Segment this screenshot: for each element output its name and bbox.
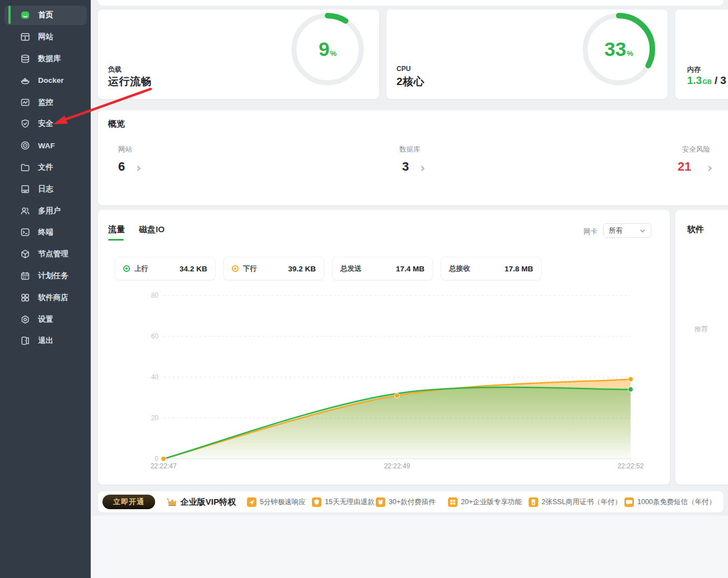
sidebar-item-label: 多用户 — [38, 206, 61, 216]
svg-text:22:22:47: 22:22:47 — [151, 462, 177, 470]
monitor-icon — [20, 97, 30, 107]
sidebar-item-waf[interactable]: WAF — [0, 135, 91, 157]
sms-bubble-icon — [624, 497, 634, 507]
certificate-icon — [529, 497, 538, 507]
sidebar-item-docker[interactable]: Docker — [0, 69, 91, 91]
vip-bar: 立即开通 企业版VIP特权 5分钟极速响应 15天无理由退款 30+款付费插件 — [98, 491, 724, 513]
load-gauge: 9 % — [290, 12, 365, 87]
sidebar-item-logout[interactable]: 退出 — [0, 330, 91, 352]
shield-refund-icon — [312, 497, 321, 507]
page-bottom-spacer — [91, 516, 728, 578]
logs-icon — [20, 184, 30, 194]
vip-feature: 2张SSL商用证书（年付） — [529, 497, 622, 507]
sidebar-item-security[interactable]: 安全 — [0, 113, 91, 135]
sidebar-item-label: 文件 — [38, 162, 53, 172]
sidebar-item-label: 软件商店 — [38, 293, 68, 303]
grid-features-icon — [448, 497, 458, 507]
appstore-icon — [20, 293, 30, 303]
vip-feature: 1000条免费短信（年付） — [624, 497, 716, 507]
users-icon — [20, 206, 30, 216]
sidebar-item-terminal[interactable]: 终端 — [0, 222, 91, 243]
sidebar-item-label: 退出 — [38, 336, 53, 346]
vip-feature: 20+企业版专享功能 — [448, 497, 522, 507]
sidebar-item-label: 日志 — [38, 184, 53, 194]
cpu-label: CPU — [396, 65, 410, 73]
overview-card: 概览 网站 6 数据库 3 安全风险 21 — [98, 110, 728, 205]
svg-text:0: 0 — [155, 455, 158, 463]
overview-database-label: 数据库 — [399, 145, 421, 154]
sidebar-item-nodes[interactable]: 节点管理 — [0, 243, 91, 265]
sidebar-item-label: WAF — [38, 142, 55, 150]
sidebar-item-cron[interactable]: 计划任务 — [0, 265, 91, 287]
cpu-cores: 2核心 — [396, 74, 424, 89]
sidebar-item-home[interactable]: 首页 — [0, 4, 91, 26]
rocket-icon — [247, 497, 256, 507]
plugin-icon — [376, 497, 385, 507]
traffic-card: 流量 磁盘IO 网卡 所有 上行 34.2 KB 下行 39.2 KB 总发送 … — [98, 210, 670, 485]
sidebar-item-monitor[interactable]: 监控 — [0, 91, 91, 113]
cpu-gauge: 33 % — [581, 12, 656, 87]
overview-website-label: 网站 — [118, 145, 132, 154]
sidebar-item-website[interactable]: 网站 — [0, 26, 91, 48]
svg-text:22:22:52: 22:22:52 — [618, 462, 644, 470]
vip-title: 企业版VIP特权 — [180, 497, 236, 507]
home-logo-icon — [20, 10, 30, 20]
load-percent: 9 — [319, 38, 329, 60]
activate-now-button[interactable]: 立即开通 — [102, 495, 155, 509]
website-icon — [20, 32, 30, 42]
sidebar-item-label: 安全 — [38, 119, 53, 129]
sidebar-item-label: Docker — [38, 76, 64, 84]
sidebar: 首页 网站 数据库 Docker 监控 — [0, 0, 91, 578]
overview-database-chevron-icon[interactable] — [419, 165, 427, 172]
overview-title: 概览 — [108, 119, 125, 129]
sidebar-item-label: 网站 — [38, 32, 53, 42]
overview-risk-label: 安全风险 — [682, 145, 710, 154]
sidebar-item-label: 设置 — [38, 314, 53, 325]
memory-usage: 1.3 GB / 3 — [687, 74, 726, 87]
sidebar-item-label: 首页 — [38, 10, 53, 20]
sidebar-item-label: 数据库 — [38, 54, 61, 64]
software-title: 软件 — [687, 224, 704, 235]
memory-label: 内存 — [687, 65, 701, 74]
sidebar-item-database[interactable]: 数据库 — [0, 48, 91, 70]
sidebar-item-label: 监控 — [38, 97, 53, 107]
svg-text:40: 40 — [151, 373, 159, 381]
calendar-icon — [20, 271, 30, 281]
logout-door-icon — [20, 336, 30, 346]
overview-database-count: 3 — [402, 159, 409, 174]
svg-text:80: 80 — [151, 292, 159, 299]
load-label: 负载 — [108, 65, 122, 74]
sidebar-item-logs[interactable]: 日志 — [0, 178, 91, 200]
sidebar-item-label: 计划任务 — [38, 271, 68, 281]
svg-text:60: 60 — [151, 332, 159, 340]
memory-total: 3 — [720, 74, 726, 87]
svg-text:22:22:49: 22:22:49 — [384, 462, 410, 470]
memory-separator: / — [715, 74, 717, 87]
cpu-card: CPU 2核心 33 % — [386, 10, 668, 99]
cube-icon — [20, 249, 30, 259]
load-percent-unit: % — [330, 49, 337, 58]
terminal-icon — [20, 227, 30, 237]
sidebar-item-settings[interactable]: 设置 — [0, 308, 91, 330]
scrolled-card-edge — [98, 0, 724, 6]
sidebar-item-appstore[interactable]: 软件商店 — [0, 286, 91, 308]
waf-target-icon — [20, 140, 30, 151]
cpu-percent-unit: % — [627, 49, 633, 58]
folder-icon — [20, 162, 30, 172]
vip-feature: 30+款付费插件 — [376, 497, 436, 507]
memory-used: 1.3 — [687, 74, 702, 87]
sidebar-item-files[interactable]: 文件 — [0, 157, 91, 178]
vip-feature: 5分钟极速响应 — [247, 497, 306, 507]
overview-website-chevron-icon[interactable] — [135, 165, 143, 172]
sidebar-item-multiuser[interactable]: 多用户 — [0, 200, 91, 222]
memory-used-unit: GB — [702, 78, 712, 85]
load-status: 运行流畅 — [108, 74, 152, 89]
sidebar-item-label: 终端 — [38, 227, 53, 237]
overview-risk-chevron-icon[interactable] — [706, 165, 714, 172]
gear-icon — [20, 314, 30, 325]
load-card: 负载 运行流畅 9 % — [98, 10, 379, 99]
overview-website-count: 6 — [118, 159, 125, 174]
overview-risk-count: 21 — [678, 159, 691, 174]
sidebar-item-label: 节点管理 — [38, 249, 68, 259]
dashboard-page: 首页 网站 数据库 Docker 监控 — [0, 0, 728, 578]
